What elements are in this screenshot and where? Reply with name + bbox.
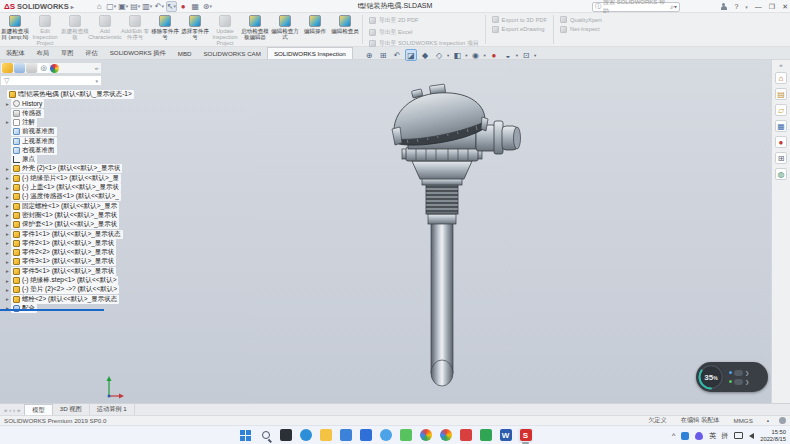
status-options-icon[interactable] [779,417,786,424]
expand-arrow-icon[interactable]: ▸ [4,175,11,181]
design-library-icon[interactable]: ▤ [775,88,787,100]
command-tab-装配体[interactable]: 装配体 [0,47,31,59]
tree-item[interactable]: ▸零件1<1> (默认<<默认>_显示状态 [4,230,123,239]
view-settings-icon-dropdown[interactable]: ▾ [534,53,536,58]
rollback-bar[interactable] [0,309,104,311]
sign-in-icon[interactable] [720,3,727,11]
model-3d-thermocouple[interactable] [378,83,538,393]
ribbon-button[interactable]: 选择零件序号 [180,13,210,46]
zoom-area-icon[interactable]: ⊞ [377,49,389,61]
tree-item[interactable]: 上视基准面 [4,137,57,146]
threaded-section[interactable] [426,184,458,214]
device-row-1[interactable]: ❯ [729,370,749,376]
expand-arrow-icon[interactable]: ▸ [4,231,11,237]
tree-item[interactable]: ▸(-) 垫片 (2)<2> ->? (默认<<默认> [4,285,119,294]
browser-360-icon[interactable] [418,428,433,443]
wps-icon[interactable] [478,428,493,443]
tray-chevron-icon[interactable]: ^ [672,432,675,439]
tree-item[interactable]: ▸(-) 绝缘垫片<1> (默认<<默认>_显 [4,174,121,183]
ime-indicator[interactable]: 英 [709,431,716,441]
tree-item[interactable]: ▸(-) 绝缘棒.step<1> (默认<<默认> [4,276,118,285]
dimxpertmanager-tab[interactable]: ◎ [38,63,49,73]
expand-arrow-icon[interactable]: ▸ [4,296,11,302]
head-lower-body[interactable] [412,161,472,185]
print-icon[interactable]: ▥▾ [142,1,153,12]
solidworks-icon[interactable]: S [518,428,533,443]
command-tab-SOLIDWORKS 插件[interactable]: SOLIDWORKS 插件 [104,47,172,59]
new-document-icon[interactable]: ▢▾ [106,1,117,12]
tab-nav-icons[interactable]: » [17,407,20,413]
previous-view-icon[interactable]: ↶ [391,49,403,61]
view-settings-icon[interactable]: ⊡ [520,49,532,61]
appearances-scenes-icon[interactable]: ● [775,136,787,148]
tab-nav-icons[interactable]: « [4,407,7,413]
tree-item[interactable]: ▸History [4,99,44,108]
command-tab-草图[interactable]: 草图 [55,47,79,59]
options-icon-dropdown[interactable]: ▾ [209,3,212,9]
help-dropdown-icon[interactable]: ▾ [745,4,748,10]
options-icon[interactable]: ⊛▾ [202,1,213,12]
tree-item[interactable]: ▸零件2<2> (默认<<默认>_显示状 [4,248,116,257]
tree-item[interactable]: ▸(-) 温度传感器<1> (默认<<默认>_ [4,192,121,201]
ribbon-button[interactable]: 编辑操作 [300,13,330,46]
start-button[interactable] [238,428,253,443]
displaymanager-tab[interactable] [50,64,59,73]
apply-scene-icon-dropdown[interactable]: ▾ [516,53,518,58]
new-document-icon-dropdown[interactable]: ▾ [114,3,117,9]
doc-tab-3D 视图[interactable]: 3D 视图 [53,404,90,415]
select-icon[interactable]: ↖▾ [166,1,177,12]
expand-arrow-icon[interactable]: ▸ [4,203,11,209]
restore-button[interactable]: ❐ [769,3,775,11]
command-tab-评估[interactable]: 评估 [79,47,103,59]
expand-arrow-icon[interactable]: ▸ [4,250,11,256]
solidworks-forum-icon[interactable]: ◍ [775,168,787,180]
help-search-box[interactable]: ⓘ 搜索 SOLIDWORKS 帮助 ⌕▾ [592,2,680,12]
tree-item[interactable]: 传感器 [4,109,44,118]
configurationmanager-tab[interactable] [26,63,37,73]
tree-item[interactable]: ▸零件5<1> (默认<<默认>_显示状 [4,267,116,276]
expand-arrow-icon[interactable]: ▸ [4,119,11,125]
tree-item[interactable]: ▸保护套<1> (默认<<默认>_显示状 [4,220,119,229]
file-explorer-icon[interactable]: ▱ [775,104,787,116]
task-view-icon[interactable] [278,428,293,443]
zoom-fit-icon[interactable]: ⊕ [363,49,375,61]
word-icon[interactable]: W [498,428,513,443]
expand-arrow-icon[interactable]: ▸ [4,185,11,191]
tree-item[interactable]: ▸注解 [4,118,37,127]
command-tab-MBD[interactable]: MBD [172,47,198,59]
command-tab-SOLIDWORKS CAM[interactable]: SOLIDWORKS CAM [197,47,266,59]
select-icon-dropdown[interactable]: ▾ [173,3,176,9]
minimize-button[interactable]: — [755,3,762,10]
hide-show-items-icon[interactable]: ◉ [470,49,482,61]
device-row-2[interactable]: ❯ [729,379,749,385]
chrome-icon[interactable] [438,428,453,443]
undo-icon[interactable]: ↶▾ [154,1,165,12]
display-tray-icon[interactable] [734,432,743,439]
expand-arrow-icon[interactable]: ▸ [4,222,11,228]
expand-arrow-icon[interactable]: ▸ [4,166,11,172]
file-properties-icon[interactable]: ▦ [190,1,201,12]
tree-item[interactable]: 原点 [4,155,37,164]
section-view-icon[interactable]: ◪ [405,49,417,61]
tree-item[interactable]: ▸零件2<1> (默认<<默认>_显示状 [4,239,116,248]
expand-arrow-icon[interactable]: ▸ [4,194,11,200]
onedrive-icon[interactable] [378,428,393,443]
search-icon[interactable]: ⌕▾ [670,3,677,11]
tray-app-icon[interactable] [681,432,689,440]
panel-overflow-icon[interactable]: «· [95,65,100,71]
open-icon-dropdown[interactable]: ▾ [126,3,129,9]
save-icon-dropdown[interactable]: ▾ [138,3,141,9]
rebuild-icon[interactable]: ● [178,1,189,12]
doc-tab-模型[interactable]: 模型 [24,404,52,415]
tree-filter-box[interactable]: ▽ ▾ [0,75,102,86]
mail-icon[interactable] [338,428,353,443]
tree-item[interactable]: ▸螺栓<2> (默认<<默认>_显示状态 [4,295,119,304]
search-button[interactable] [258,428,273,443]
tree-item[interactable]: ▸密封圈<1> (默认<<默认>_显示状 [4,211,119,220]
apply-scene-icon[interactable]: ◒ [502,49,514,61]
filter-dropdown-icon[interactable]: ▾ [95,78,98,84]
print-icon-dropdown[interactable]: ▾ [150,3,153,9]
probe-tube[interactable] [431,223,453,386]
solidworks-resources-icon[interactable]: ⌂ [775,72,787,84]
help-button[interactable]: ? [734,3,738,10]
